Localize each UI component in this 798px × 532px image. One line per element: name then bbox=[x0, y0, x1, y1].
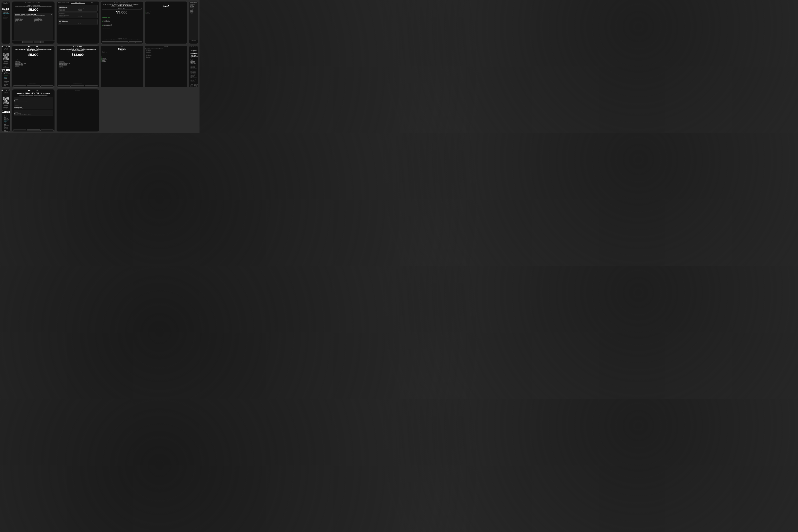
nav-credit-r2c3[interactable]: CREDIT SYSTEM bbox=[27, 86, 40, 87]
card-title-r1c2: A SOPHISTICATED TEAM OF CRE BRANDING & M… bbox=[14, 3, 53, 6]
program-r3c2: FAQS bbox=[191, 49, 197, 50]
service-item: • Brand typography & illustrations bbox=[34, 20, 52, 21]
t2-active[interactable]: TIER 2 bbox=[4, 73, 5, 75]
fr2c4-6: Unlimited brand asset storage bbox=[59, 64, 67, 65]
title-el3: SUPPORT FOR ALL LEVELS OF COMPLEXITY bbox=[146, 47, 187, 48]
nav-agency-r2c4[interactable]: AGENCY PARTNER PROGRAM bbox=[58, 86, 71, 87]
tall-r2c4[interactable]: ALL bbox=[74, 58, 75, 58]
tent-r2c3[interactable]: ENTERPRISE bbox=[36, 58, 39, 58]
check-icon: ✓ bbox=[2, 18, 2, 19]
s4: • Collateral design bbox=[190, 8, 197, 8]
nav-credit-r3c2[interactable]: CREDIT SYSTEM bbox=[194, 84, 196, 87]
low-items-r3c4: Digital asset concepts • Copy production… bbox=[15, 101, 52, 102]
tier-tab[interactable]: TIER 1 bbox=[115, 16, 117, 17]
tent-active-r3c3[interactable]: ENTERPRISE bbox=[8, 115, 11, 116]
price-period-r1c4: MONTHLY bbox=[101, 15, 143, 15]
nav-agency-r3c4[interactable]: AGENCY PARTNER PROGRAM bbox=[13, 130, 26, 131]
nav-agency-r1c4[interactable]: AGENCY PARTNER PROGRAM bbox=[102, 41, 115, 43]
nav-credit-r3c4[interactable]: CREDIT SYSTEM bbox=[27, 130, 40, 131]
med-badge-r3c4: 15 CREDITS bbox=[15, 106, 19, 107]
t1-r3c3[interactable]: TIER 1 bbox=[1, 115, 2, 116]
feature-text: Creative team bbox=[3, 16, 6, 17]
tab-agency-r1c3[interactable]: AGENCY PARTNER PROGRAM bbox=[57, 1, 71, 4]
tab-faq-r1c3[interactable]: FAQS bbox=[84, 1, 99, 4]
period-r3c3: MONTHLY bbox=[1, 114, 10, 114]
tier-tab-all[interactable]: ALL bbox=[118, 16, 119, 17]
fr2c3-6: Unlimited brand asset storage bbox=[15, 64, 23, 65]
t2-r2c4[interactable]: TIER 2 bbox=[76, 58, 77, 58]
nav-credit-btn-r1c2[interactable]: CREDIT SYSTEM bbox=[34, 41, 41, 43]
feature-r1c4-4: Creative team support bbox=[103, 21, 110, 22]
nav-agency-btn-r1c2[interactable]: AGENCY PARTNER PROGRAM bbox=[22, 41, 33, 43]
program-r3c3: AGENCY PARTNER PROGRAM bbox=[3, 92, 9, 94]
s3: • Entrepreneurial bbox=[190, 7, 197, 8]
close-button-r1c2[interactable]: × bbox=[51, 14, 52, 15]
tall-r2c3[interactable]: ALL bbox=[30, 58, 31, 58]
nav-agency-r2c3[interactable]: AGENCY PARTNER PROGRAM bbox=[13, 86, 26, 87]
nav-faq-btn-r1c2[interactable]: FAQS bbox=[41, 41, 44, 43]
nav-faq-r1c4[interactable]: FAQS bbox=[129, 41, 142, 43]
t3-active-r2c4[interactable]: TIER 3 bbox=[78, 58, 80, 58]
ef3: Strategy & p... bbox=[146, 10, 150, 11]
ef1: 25 credits per month bbox=[146, 8, 151, 8]
title-r2c2: A SOPHISTICATED TEAM OF CRE BRANDING & M… bbox=[3, 51, 9, 60]
check-icon: ✓ bbox=[2, 17, 2, 18]
card-r1c2: AGENCY PARTNER PROGRAM A SOPHISTICATED T… bbox=[12, 1, 55, 44]
t3[interactable]: TIER 3 bbox=[6, 73, 7, 75]
high-items-r3c4: Digital marketing strategy • Brand ident… bbox=[15, 114, 52, 115]
tier-tab-3[interactable]: TIER 3 bbox=[123, 16, 124, 17]
service-item: • Presentation strategy bbox=[15, 21, 33, 22]
t1-active-r2c3[interactable]: TIER 1 bbox=[28, 58, 29, 58]
price-period-r1c2: MONTHLY bbox=[12, 12, 55, 13]
low-items5-el3: → And other requests... bbox=[146, 53, 187, 54]
erf8: Project management bbox=[102, 59, 107, 60]
tent-r2c4[interactable]: ENTERPRISE bbox=[80, 58, 83, 58]
faq-er3-a3: We require... bbox=[57, 97, 98, 97]
t3-r2c3[interactable]: TIER 3 bbox=[34, 58, 35, 58]
fr2c4-2: Access to all our services >> bbox=[59, 60, 67, 61]
check-icon: ✓ bbox=[2, 16, 2, 17]
tall-r3c3[interactable]: ALL bbox=[3, 115, 3, 116]
nav-agency-r3c2[interactable]: AGENCY PARTNER PROGRAM bbox=[191, 84, 193, 87]
price-period: MONTHLY bbox=[2, 10, 10, 11]
s2: • Digital marketing bbox=[190, 6, 197, 7]
high-it5-el3: → And other requests... bbox=[146, 57, 187, 58]
sub-el3: The complexity of your individual projec… bbox=[146, 49, 187, 49]
t2-r2c3[interactable]: TIER 2 bbox=[32, 58, 33, 58]
nav-credit-r2c4[interactable]: CREDIT SYSTEM bbox=[71, 86, 84, 87]
card-r1c4: AGENCY PARTNER PROGRAM A SOPHISTICATED T… bbox=[100, 1, 143, 44]
service-item: • Website consulting bbox=[34, 21, 52, 22]
erf2: $25K-$100K monthly bbox=[102, 53, 107, 53]
tab-credit-r1c3[interactable]: CREDIT SYSTEM bbox=[71, 1, 85, 4]
period-er2: MONTHLY bbox=[101, 50, 142, 51]
card-subtitle-r1c4: Our program tiers are designed to achiev… bbox=[102, 6, 141, 7]
overlay-title-r2-left: FULL-STACK BRANDING & MARKETING SERVICES bbox=[190, 2, 197, 3]
sub-r2c2: Our program tiers are designed to achiev… bbox=[3, 60, 9, 65]
t-ent[interactable]: ENTERPRISE bbox=[8, 73, 11, 75]
nav-faq-r3c2[interactable]: FAQS bbox=[196, 84, 198, 87]
faq-a1: If you have an ongoing need for strategi… bbox=[191, 65, 197, 83]
most-picked-badge-r1c4: MOST PICKED bbox=[103, 8, 140, 9]
t2-r3c3[interactable]: TIER 2 bbox=[4, 115, 5, 116]
s7: • Presentation bbox=[190, 10, 197, 11]
fr2c3-9: AI-enhanced efficiencies bbox=[15, 68, 21, 68]
price-r2c3: $5,000 bbox=[12, 53, 55, 57]
s5: • Email marketing bbox=[190, 8, 197, 9]
t1-r2c4[interactable]: TIER 1 bbox=[72, 58, 74, 58]
nav-credit-r1c4[interactable]: CREDIT SYSTEM bbox=[115, 41, 128, 43]
nav-faq-r2c4[interactable]: FAQS bbox=[84, 86, 98, 87]
card-edge-left-r3: CREDIT SYSTEM SUPPORT FOR ALL LEVELS OF … bbox=[145, 45, 187, 88]
service-item: • Digital marketing asset production bbox=[15, 17, 33, 17]
tier-tab-active[interactable]: TIER 2 bbox=[120, 16, 121, 17]
t3-r3c3[interactable]: TIER 3 bbox=[6, 115, 7, 116]
nav-faq-r2c3[interactable]: FAQS bbox=[40, 86, 54, 87]
card-title: BRANDING & MARKETING EXPERTS bbox=[2, 3, 10, 5]
check-icon: ✓ bbox=[2, 12, 2, 13]
feature-r1c4-1: 36 credits per month bbox=[103, 17, 110, 18]
med-service2: → Brand design bbox=[78, 16, 97, 17]
fr2c4-3: Strategy & planning bbox=[59, 61, 64, 62]
tier-tab-ent[interactable]: ENTERPRISE bbox=[125, 16, 129, 17]
t1[interactable]: TIER 1 bbox=[1, 73, 2, 75]
t-all[interactable]: ALL bbox=[3, 73, 3, 75]
nav-faq-r3c4[interactable]: FAQS bbox=[40, 130, 54, 131]
